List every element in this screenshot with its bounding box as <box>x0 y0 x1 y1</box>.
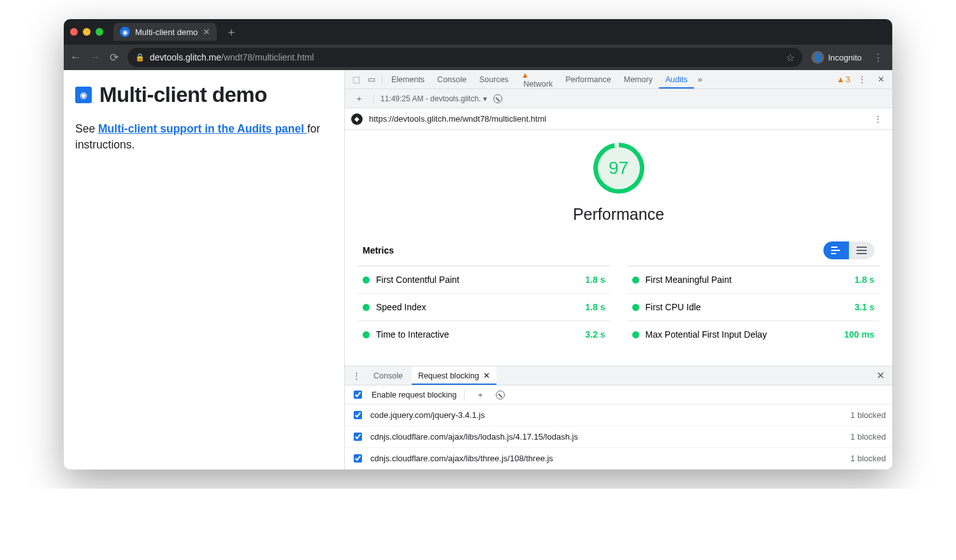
enable-request-blocking-checkbox[interactable] <box>354 391 362 399</box>
bars-left-icon <box>831 247 841 254</box>
audit-run-dropdown[interactable]: 11:49:25 AM - devtools.glitch. ▾ <box>380 94 487 103</box>
blocked-pattern-row[interactable]: code.jquery.com/jquery-3.4.1.js 1 blocke… <box>345 405 892 426</box>
devtools-settings-icon[interactable]: ⋮ <box>854 75 870 84</box>
close-tab-icon[interactable]: ✕ <box>483 371 490 380</box>
metrics-grid: First Contentful Paint1.8 s First Meanin… <box>358 266 880 348</box>
bars-right-icon <box>857 247 867 254</box>
audits-toolbar: ＋ 11:49:25 AM - devtools.glitch. ▾ <box>345 89 892 108</box>
metrics-header: Metrics <box>358 241 880 259</box>
window-controls <box>70 28 108 36</box>
back-button[interactable]: ← <box>70 51 81 64</box>
metric-row: Speed Index1.8 s <box>358 293 611 320</box>
dropdown-caret-icon: ▾ <box>483 94 487 103</box>
metric-value: 1.8 s <box>585 275 605 285</box>
bookmark-star-icon[interactable]: ☆ <box>786 52 795 64</box>
separator <box>382 74 382 85</box>
status-dot-icon <box>363 276 370 284</box>
metric-name: First Contentful Paint <box>376 275 460 285</box>
incognito-icon: 👤 <box>811 51 824 64</box>
pattern-checkbox[interactable] <box>354 454 362 463</box>
blocked-count: 1 blocked <box>850 454 886 463</box>
status-dot-icon <box>632 331 639 338</box>
incognito-label: Incognito <box>828 53 862 62</box>
metric-name: Speed Index <box>376 302 426 312</box>
new-audit-icon[interactable]: ＋ <box>351 93 367 104</box>
status-dot-icon <box>632 276 639 284</box>
more-tabs-icon[interactable]: » <box>694 75 706 84</box>
blocked-pattern-row[interactable]: cdnjs.cloudflare.com/ajax/libs/lodash.js… <box>345 426 892 448</box>
metric-value: 1.8 s <box>855 275 874 285</box>
tab-strip: ◉ Multi-client demo ✕ ＋ <box>64 19 892 45</box>
view-toggle-compact[interactable] <box>823 241 849 259</box>
drawer-close-icon[interactable]: ✕ <box>873 370 888 382</box>
device-toolbar-icon[interactable]: ▭ <box>364 75 379 84</box>
clear-audits-icon[interactable] <box>493 94 502 103</box>
status-dot-icon <box>363 304 370 311</box>
metric-row: First Contentful Paint1.8 s <box>358 266 611 293</box>
chrome-menu-button[interactable]: ⋮ <box>871 52 886 64</box>
page-paragraph: See Multi-client support in the Audits p… <box>75 121 333 152</box>
address-bar: ← → ⟳ 🔒 devtools.glitch.me/wndt78/multic… <box>64 45 892 70</box>
audit-url-row: ◆ https://devtools.glitch.me/wndt78/mult… <box>345 108 892 130</box>
reload-button[interactable]: ⟳ <box>110 51 119 64</box>
audit-timestamp: 11:49:25 AM - devtools.glitch. <box>380 94 481 103</box>
new-tab-button[interactable]: ＋ <box>222 24 241 39</box>
tab-console[interactable]: Console <box>431 71 473 89</box>
score-gauge: 97 Performance <box>358 143 880 224</box>
inspect-element-icon[interactable]: ⬚ <box>349 75 364 84</box>
minimize-window-button[interactable] <box>83 28 91 36</box>
metric-row: First CPU Idle3.1 s <box>627 293 880 320</box>
page-logo-icon: ◉ <box>75 87 92 103</box>
tab-audits[interactable]: Audits <box>659 71 694 89</box>
tab-sources[interactable]: Sources <box>473 71 515 89</box>
metric-value: 1.8 s <box>585 302 605 312</box>
metric-row: First Meaningful Paint1.8 s <box>627 266 880 293</box>
gauge-score: 97 <box>609 158 628 178</box>
incognito-indicator[interactable]: 👤 Incognito <box>811 51 862 64</box>
close-tab-icon[interactable]: ✕ <box>203 27 210 37</box>
blocked-pattern-row[interactable]: cdnjs.cloudflare.com/ajax/libs/three.js/… <box>345 448 892 470</box>
metric-value: 3.1 s <box>855 302 874 312</box>
drawer-tab-request-blocking[interactable]: Request blocking ✕ <box>412 366 496 385</box>
lighthouse-icon: ◆ <box>351 113 363 125</box>
devtools-tabbar: ⬚ ▭ Elements Console Sources ▲ Network P… <box>345 70 892 89</box>
drawer-tabbar: ⋮ Console Request blocking ✕ ✕ <box>345 366 892 385</box>
pattern-checkbox[interactable] <box>354 411 362 419</box>
metrics-view-toggle <box>823 241 874 259</box>
blocked-count: 1 blocked <box>850 432 886 442</box>
chrome-chrome: ◉ Multi-client demo ✕ ＋ ← → ⟳ 🔒 devtools… <box>64 19 892 70</box>
audit-report: 97 Performance Metrics <box>345 130 892 366</box>
forward-button[interactable]: → <box>90 51 101 64</box>
browser-tab[interactable]: ◉ Multi-client demo ✕ <box>113 23 217 41</box>
view-toggle-expanded[interactable] <box>849 241 874 259</box>
page-header: ◉ Multi-client demo <box>75 83 333 107</box>
content-area: ◉ Multi-client demo See Multi-client sup… <box>64 70 892 470</box>
close-window-button[interactable] <box>70 28 78 36</box>
page-link[interactable]: Multi-client support in the Audits panel <box>98 122 307 135</box>
warning-icon: ▲ <box>521 71 553 80</box>
tab-performance[interactable]: Performance <box>559 71 618 89</box>
pattern-text: cdnjs.cloudflare.com/ajax/libs/three.js/… <box>370 454 553 463</box>
gauge-category: Performance <box>573 205 664 224</box>
status-dot-icon <box>632 304 639 311</box>
audit-url: https://devtools.glitch.me/wndt78/multic… <box>369 114 546 124</box>
drawer-tab-console[interactable]: Console <box>367 367 409 385</box>
audit-row-menu-icon[interactable]: ⋮ <box>870 114 886 124</box>
omnibox[interactable]: 🔒 devtools.glitch.me/wndt78/multiclient.… <box>127 48 802 67</box>
pattern-text: cdnjs.cloudflare.com/ajax/libs/lodash.js… <box>370 432 578 442</box>
remove-all-patterns-icon[interactable] <box>496 391 505 399</box>
add-pattern-icon[interactable]: ＋ <box>472 389 488 401</box>
tab-memory[interactable]: Memory <box>618 71 659 89</box>
pattern-text: code.jquery.com/jquery-3.4.1.js <box>370 410 485 420</box>
metric-name: Time to Interactive <box>376 329 449 340</box>
gauge-ring: 97 <box>593 143 644 194</box>
pattern-checkbox[interactable] <box>354 433 362 441</box>
blocked-count: 1 blocked <box>850 410 886 420</box>
devtools-close-icon[interactable]: ✕ <box>874 75 888 84</box>
url-path: /wndt78/multiclient.html <box>221 52 314 62</box>
maximize-window-button[interactable] <box>96 28 103 36</box>
page-title: Multi-client demo <box>99 83 267 107</box>
tab-elements[interactable]: Elements <box>385 71 431 89</box>
warnings-badge[interactable]: ▲ 3 <box>837 75 850 84</box>
drawer-menu-icon[interactable]: ⋮ <box>349 371 365 380</box>
